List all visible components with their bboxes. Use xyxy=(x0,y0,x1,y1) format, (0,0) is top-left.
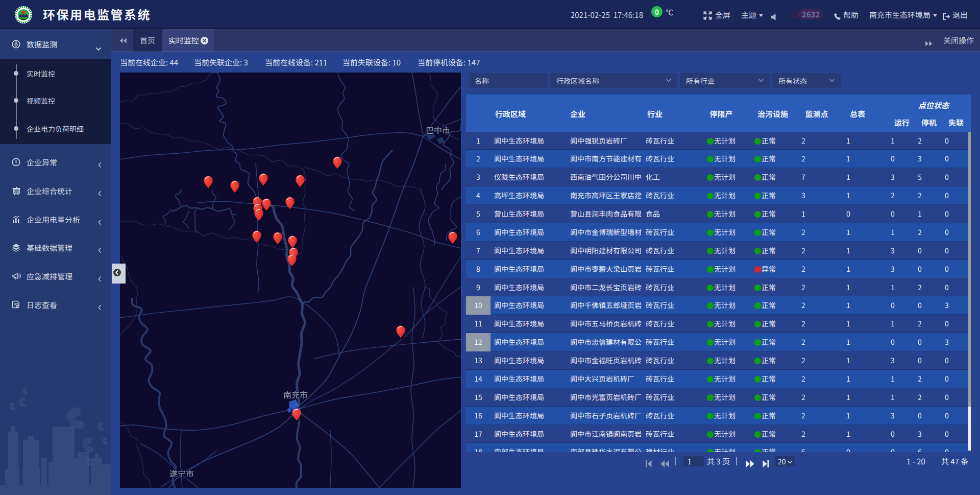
svg-text:巴中市: 巴中市 xyxy=(426,124,450,136)
svg-text:南充市: 南充市 xyxy=(283,388,308,400)
svg-text:遂宁市: 遂宁市 xyxy=(169,467,194,479)
